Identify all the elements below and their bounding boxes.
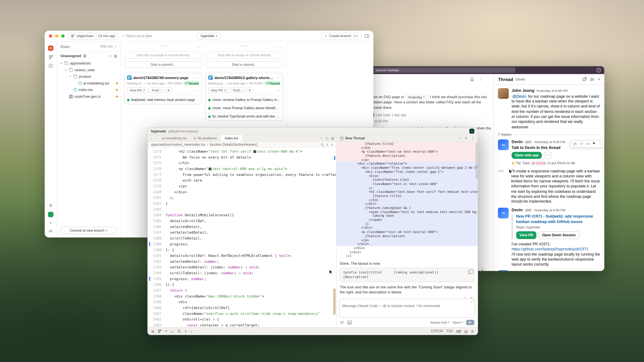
thread-reply-icon[interactable]: ▭ — [586, 142, 590, 147]
grid-view-icon[interactable]: ▤ — [114, 54, 117, 58]
diff-icon[interactable]: ± — [185, 329, 187, 333]
view-pr-button[interactable]: View PR — [516, 231, 536, 239]
lane-drag-handle[interactable] — [240, 45, 248, 47]
outline-icon[interactable]: ≡ — [331, 143, 333, 146]
tree-item-4[interactable]: index.tsx — [57, 86, 120, 93]
chevron-down-icon[interactable]: ▾ — [50, 221, 52, 225]
drop-zone[interactable]: Drop files to assign or commit directly — [124, 51, 202, 59]
panel-icon[interactable]: ▤ — [464, 329, 468, 333]
user-name[interactable]: John Jeong — [512, 88, 534, 94]
tree-item-0[interactable]: ▾apps/web/src — [57, 60, 120, 66]
user-name[interactable]: Devin — [512, 270, 523, 271]
commit-to-new-branch-button[interactable]: Commit to new branch+ — [60, 227, 117, 234]
tab-ai-notetaking[interactable]: ai-notetaking.tsx — [158, 135, 190, 141]
ci-status-badge[interactable]: ✓ Passed — [183, 81, 199, 85]
new-thread-icon[interactable]: ＋ — [458, 136, 462, 140]
model-select[interactable]: Opus▾ — [452, 320, 463, 324]
lane-menu-icon[interactable]: ⋯ — [198, 45, 201, 49]
pr-url-link[interactable]: https://github.com/fastrepl/hyprnote/pul… — [512, 247, 600, 252]
start-commit-button[interactable]: Start a commit... — [205, 61, 283, 68]
thread-history-icon[interactable]: ↻ — [465, 136, 468, 140]
tree-item-1[interactable]: ▾routes/_view — [57, 67, 120, 73]
more-actions-icon[interactable]: ⋮ — [598, 142, 602, 147]
add-rule-button[interactable]: Add rule ＋ — [100, 44, 117, 49]
tree-item-5[interactable]: TSrouteTree.gen.ts — [57, 93, 120, 100]
search-icon[interactable] — [321, 143, 324, 146]
open-devin-session-button[interactable]: Open Devin Session — [538, 231, 580, 239]
branch-title[interactable]: devin/1764380912-gallery-shortcuts — [214, 75, 275, 80]
push-options-button[interactable]: ▾ — [247, 87, 253, 93]
grid-icon[interactable]: ⊞ — [152, 329, 154, 333]
message-input[interactable] — [342, 304, 465, 308]
branch-menu-icon[interactable]: ⋯ — [195, 75, 199, 80]
view-pr-button[interactable]: View PR ↗ — [208, 87, 229, 93]
more-options-button[interactable]: ⋯ — [544, 152, 552, 159]
permission-mode-select[interactable]: Always Ask▾ — [430, 320, 449, 324]
send-button[interactable]: ▶ — [466, 320, 474, 325]
lane-menu-icon[interactable]: ⋯ — [278, 45, 282, 49]
commit-row[interactable]: chore: move Prompt Gallery above Workflo… — [206, 104, 283, 112]
nav-back-icon[interactable]: ‹ — [150, 136, 154, 140]
project-avatar[interactable] — [48, 212, 54, 217]
avatar[interactable]: ∞ — [498, 139, 509, 150]
git-branch-icon[interactable] — [158, 329, 161, 333]
tree-item-2[interactable]: ▾product — [57, 73, 120, 80]
mention-context-icon[interactable]: @ — [340, 320, 344, 324]
last-reply-link[interactable]: Last reply 1 day ago — [370, 112, 406, 117]
pr-link[interactable]: New PR #1971 - feat(web): add responsive… — [516, 214, 600, 224]
user-name[interactable]: Devin — [512, 207, 523, 213]
search-input[interactable]: Search Fastrepl — [372, 67, 515, 73]
new-tab-icon[interactable]: ＋ — [320, 136, 323, 140]
user-name[interactable]: Devin — [512, 139, 523, 145]
check-icon[interactable]: ✓ — [190, 329, 193, 333]
expand-input-icon[interactable]: ↗ — [470, 301, 472, 304]
diff-icon[interactable]: ± — [326, 143, 328, 146]
history-icon[interactable] — [48, 64, 53, 68]
zoom-window-button[interactable] — [61, 34, 64, 37]
attach-image-icon[interactable] — [347, 320, 352, 324]
panel-toggle-icon[interactable] — [364, 34, 369, 38]
timestamp[interactable]: Yesterday at 6:06 PM — [534, 140, 565, 145]
tree-item-3[interactable]: ai-notetaking.tsx — [57, 80, 120, 86]
settings-gear-icon[interactable]: ⚙ — [471, 329, 474, 333]
commit-row[interactable]: chore: rename Gallery to Prompt Gallery … — [206, 95, 283, 104]
open-web-app-button[interactable]: Open web app — [512, 152, 542, 159]
create-branch-button[interactable]: ＋Create branch⌘B — [321, 32, 361, 39]
terminal-icon[interactable]: ▭ — [171, 329, 174, 333]
copy-icon[interactable] — [468, 270, 472, 274]
view-pr-button[interactable]: View PR ↗ — [127, 87, 148, 93]
split-pane-icon[interactable]: ◫ — [326, 136, 329, 140]
close-window-button[interactable] — [49, 34, 52, 37]
bell-icon[interactable] — [470, 77, 474, 81]
avatar[interactable]: ∞ — [498, 207, 509, 218]
branch-title[interactable]: devin/1764380749-memory-page — [133, 75, 194, 80]
ci-status-badge[interactable]: ✓ Passed — [264, 81, 280, 85]
card-menu-icon[interactable]: ⋯ — [195, 88, 199, 92]
timestamp[interactable]: Yesterday at 6:06 PM — [534, 208, 565, 213]
timestamp[interactable]: Yesterday at 6:27 PM — [534, 271, 565, 271]
close-icon[interactable]: × — [598, 77, 600, 81]
project-switcher[interactable]: hyprnote▾ — [197, 32, 221, 39]
base-branch-pill[interactable]: origin/main 13 min ago — [68, 32, 118, 39]
branches-icon[interactable] — [49, 55, 53, 59]
list-icon[interactable]: ≡ — [165, 329, 167, 333]
editor-title-bar[interactable]: hyprnote gitbutler/workspace ≈ — [148, 128, 478, 135]
avatar[interactable]: ∞ — [498, 270, 509, 271]
more-icon[interactable]: ⋮ — [479, 77, 482, 81]
timestamp[interactable]: Yesterday at 6:06 PM — [536, 89, 568, 93]
list-view-icon[interactable]: ≡ — [110, 54, 112, 58]
card-menu-icon[interactable]: ⋯ — [276, 88, 280, 92]
lane-drag-handle[interactable] — [159, 45, 167, 47]
assistant-scrollbar[interactable] — [476, 143, 478, 179]
avatar[interactable] — [498, 88, 509, 99]
code-editor[interactable]: 1373137413751376137713781379138013811382… — [148, 148, 336, 327]
diagnostics-summary[interactable]: ⊘No problems — [190, 135, 220, 141]
tab-index[interactable]: index.tsx — [220, 135, 243, 141]
breadcrumb[interactable]: apps/web/src/routes/_view/index.tsx › fu… — [148, 142, 336, 148]
popout-icon[interactable] — [583, 77, 587, 81]
start-commit-button[interactable]: Start a commit... — [124, 61, 202, 68]
add-reaction-icon[interactable]: ☺ — [580, 142, 584, 147]
keyboard-icon[interactable]: ⌨ — [456, 329, 461, 333]
push-button[interactable]: Push ↑ — [230, 87, 245, 93]
push-options-button[interactable]: ▾ — [166, 87, 172, 93]
